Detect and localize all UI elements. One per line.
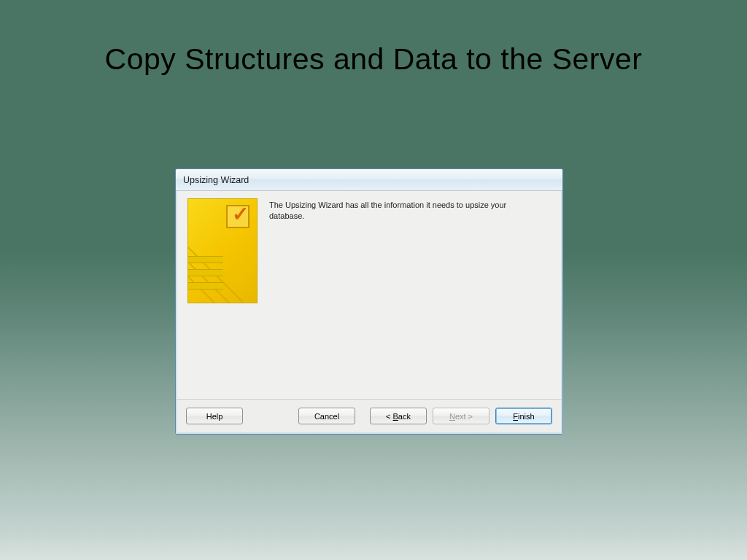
checkmark-icon: ✓ xyxy=(229,203,251,225)
slide-title: Copy Structures and Data to the Server xyxy=(0,42,747,77)
back-accel: B xyxy=(393,412,398,421)
dialog-content: ✓ The Upsizing Wizard has all the inform… xyxy=(176,191,562,399)
next-rest: ext > xyxy=(455,412,473,421)
decorative-row-icon xyxy=(188,256,223,263)
help-button[interactable]: Help xyxy=(186,408,243,424)
back-button[interactable]: < Back xyxy=(370,408,427,424)
dialog-button-bar: Help Cancel < Back Next > Finish xyxy=(176,399,562,434)
decorative-row-icon xyxy=(188,282,223,289)
cancel-button[interactable]: Cancel xyxy=(298,408,355,424)
wizard-dialog: Upsizing Wizard ✓ The Upsizing Wizard ha… xyxy=(175,168,563,435)
finish-rest: inish xyxy=(518,412,535,421)
finish-button[interactable]: Finish xyxy=(495,408,552,424)
next-button: Next > xyxy=(433,408,489,424)
dialog-title: Upsizing Wizard xyxy=(183,175,249,185)
back-rest: ack xyxy=(398,412,411,421)
wizard-illustration: ✓ xyxy=(187,198,258,303)
dialog-titlebar[interactable]: Upsizing Wizard xyxy=(176,169,562,191)
back-prefix: < xyxy=(386,412,392,421)
decorative-row-icon xyxy=(188,269,223,276)
dialog-body-text: The Upsizing Wizard has all the informat… xyxy=(269,198,517,393)
next-accel: N xyxy=(449,412,455,421)
